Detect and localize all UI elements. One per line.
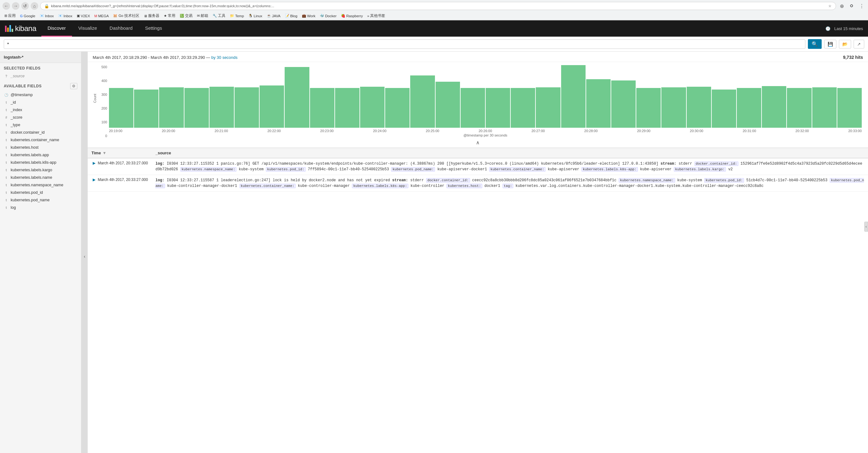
share-button[interactable]: ↗ <box>854 40 864 48</box>
chart-bar-24[interactable] <box>712 90 736 128</box>
address-bar[interactable]: 🔒 kibana.mritd.me/app/kibana#/discover?_… <box>40 2 836 10</box>
chart-bar-10[interactable] <box>360 87 384 128</box>
chart-bar-22[interactable] <box>661 87 686 128</box>
chart-bar-17[interactable] <box>536 87 560 128</box>
bookmark-temp[interactable]: 📁 Temp <box>228 13 246 19</box>
source-field-item[interactable]: ? _source <box>0 72 81 80</box>
home-button[interactable]: ⌂ <box>31 2 38 10</box>
load-search-button[interactable]: 📂 <box>839 40 851 48</box>
field-kubernetes-labels-app[interactable]: t kubernetes.labels.app <box>0 151 81 159</box>
expand-row-button-0[interactable]: ▶ <box>91 161 97 165</box>
chart-bar-28[interactable] <box>812 87 837 128</box>
field-kubernetes-labels-name[interactable]: t kubernetes.labels.name <box>0 174 81 181</box>
chart-bar-16[interactable] <box>511 88 535 128</box>
bookmark-docker[interactable]: 🐳 Docker <box>318 13 338 19</box>
field-kubernetes-labels-k8s-app[interactable]: t kubernetes.labels.k8s-app <box>0 159 81 166</box>
back-button[interactable]: ← <box>2 2 10 10</box>
extensions-button[interactable]: ⊕ <box>838 2 845 10</box>
field-kubernetes-pod-id[interactable]: t kubernetes.pod_id <box>0 189 81 196</box>
bookmark-server[interactable]: 🖥 服务器 <box>142 13 161 19</box>
chart-bar-20[interactable] <box>611 80 636 128</box>
field-kubernetes-labels-kargo[interactable]: t kubernetes.labels.kargo <box>0 166 81 174</box>
nav-visualize[interactable]: Visualize <box>72 20 103 37</box>
field-type[interactable]: t _type <box>0 121 81 129</box>
chart-bar-15[interactable] <box>486 88 510 128</box>
chart-bar-11[interactable] <box>385 88 410 128</box>
chart-bar-19[interactable] <box>586 79 611 128</box>
bookmark-apps[interactable]: ⊞ 应用 <box>2 13 18 19</box>
bookmark-blog[interactable]: 📝 Blog <box>283 13 299 19</box>
reload-button[interactable]: ↺ <box>21 2 29 10</box>
sidebar: logstash-* Selected Fields ? _source Ava… <box>0 52 82 453</box>
bookmark-go[interactable]: 🐹 Go 技术社区 <box>111 13 141 19</box>
nav-settings[interactable]: Settings <box>139 20 168 37</box>
collapse-chart-button[interactable]: ∧ <box>88 139 868 146</box>
chart-bar-6[interactable] <box>259 86 284 128</box>
bookmark-label: Inbox <box>45 14 54 18</box>
chart-bar-23[interactable] <box>687 87 711 128</box>
bookmark-linux[interactable]: 🐧 Linux <box>246 13 264 19</box>
chart-bar-8[interactable] <box>310 88 334 128</box>
search-input[interactable] <box>4 39 805 49</box>
bookmark-v2ex[interactable]: ▣ V2EX <box>75 13 92 19</box>
th-time[interactable]: Time ▾ <box>88 148 152 158</box>
bookmark-inbox1[interactable]: 📧 Inbox <box>38 13 56 19</box>
bookmark-inbox2[interactable]: 📧 Inbox <box>56 13 74 19</box>
right-collapse-button[interactable]: ‹ <box>864 222 868 232</box>
bookmark-google[interactable]: G Google <box>18 13 37 19</box>
time-range-link[interactable]: by 30 seconds <box>211 55 238 60</box>
server-icon: 🖥 <box>144 14 147 18</box>
chart-bar-12[interactable] <box>410 75 435 128</box>
field-kubernetes-pod-name[interactable]: t kubernetes.pod_name <box>0 196 81 204</box>
sidebar-collapse-button[interactable]: ‹ <box>82 52 88 453</box>
bookmark-mega[interactable]: M MEGA <box>92 13 111 19</box>
chart-bar-9[interactable] <box>335 88 360 128</box>
chart-bar-26[interactable] <box>762 86 786 128</box>
nav-discover[interactable]: Discover <box>41 20 72 37</box>
chart-bar-13[interactable] <box>436 82 460 128</box>
field-id[interactable]: t _id <box>0 99 81 106</box>
field-kubernetes-host[interactable]: t kubernetes.host <box>0 144 81 151</box>
chart-bar-3[interactable] <box>184 88 209 128</box>
table-header-row: Time ▾ _source <box>88 148 868 158</box>
bookmark-common[interactable]: ★ 常用 <box>162 13 177 19</box>
chart-bar-18[interactable] <box>561 65 586 128</box>
chart-bar-14[interactable] <box>461 88 485 128</box>
chart-bar-5[interactable] <box>235 87 259 128</box>
chart-bar-25[interactable] <box>737 88 761 128</box>
chart-bar-7[interactable] <box>285 67 309 128</box>
forward-button[interactable]: → <box>12 2 20 10</box>
chart-bar-0[interactable] <box>109 88 133 128</box>
bookmark-tools[interactable]: 🔧 工具 <box>211 13 227 19</box>
bookmark-raspberry[interactable]: 🍓 Raspberry <box>339 13 365 19</box>
search-button[interactable]: 🔍 <box>808 39 822 49</box>
field-score[interactable]: # _score <box>0 114 81 121</box>
x-label-14: 20:33:00 <box>848 129 862 133</box>
field-timestamp[interactable]: 🕐 @timestamp <box>0 91 81 99</box>
source-cell-1: log: I0304 12:33:27.115587 1 leaderelect… <box>152 175 868 192</box>
bookmark-java[interactable]: ☕ JAVA <box>265 13 282 19</box>
bookmark-work[interactable]: 💼 Work <box>300 13 317 19</box>
nav-dashboard[interactable]: Dashboard <box>103 20 139 37</box>
more-button[interactable]: ⋮ <box>858 2 866 10</box>
chart-bar-21[interactable] <box>636 88 661 128</box>
chart-bar-29[interactable] <box>837 88 862 128</box>
chart-bar-27[interactable] <box>787 88 811 128</box>
bookmark-more[interactable]: » 其他书签 <box>365 13 387 19</box>
bookmark-email[interactable]: ✉ 邮箱 <box>195 13 210 19</box>
field-docker-container-id[interactable]: t docker.container_id <box>0 129 81 136</box>
field-index[interactable]: t _index <box>0 106 81 114</box>
source-k8s-namespace-tag-1: kubernetes.namespace_name: <box>619 178 675 183</box>
github-icon[interactable]: ⭘ <box>848 2 856 10</box>
chart-bars[interactable] <box>109 65 862 128</box>
field-kubernetes-namespace-name[interactable]: t kubernetes.namespace_name <box>0 181 81 189</box>
chart-bar-4[interactable] <box>210 87 234 128</box>
chart-bar-2[interactable] <box>159 87 184 128</box>
expand-row-button-1[interactable]: ▶ <box>91 177 97 182</box>
chart-bar-1[interactable] <box>134 90 158 128</box>
bookmark-trade[interactable]: 💹 交易 <box>178 13 194 19</box>
fields-gear-button[interactable]: ⚙ <box>70 83 78 89</box>
field-log[interactable]: t log <box>0 204 81 211</box>
field-kubernetes-container-name[interactable]: t kubernetes.container_name <box>0 136 81 144</box>
save-search-button[interactable]: 💾 <box>824 40 836 48</box>
